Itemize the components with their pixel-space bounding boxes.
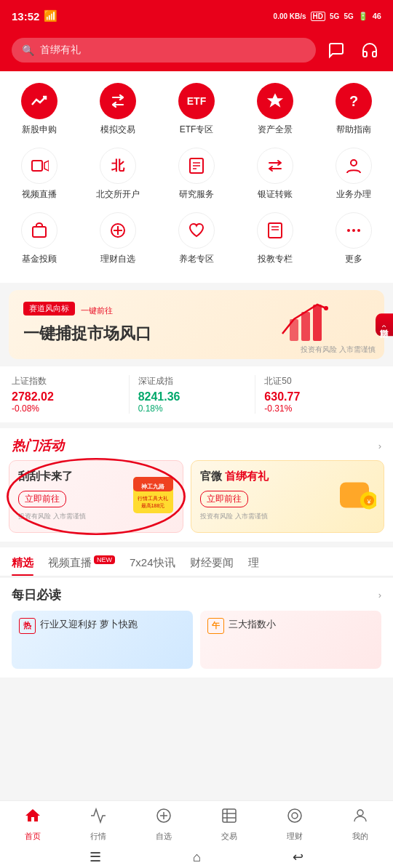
menu-more-label: 更多 — [345, 253, 362, 265]
grid-row-3: 基金投顾 理财自选 养老专区 投教专栏 更多 — [0, 212, 393, 265]
sys-home-btn[interactable]: ⌂ — [193, 850, 201, 865]
search-bar[interactable]: 🔍 首绑有礼 — [12, 38, 316, 63]
news-content-2: 三大指数小 — [229, 618, 276, 631]
tab-quick-label: 7x24快讯 — [130, 556, 175, 568]
svg-point-7 — [351, 160, 357, 166]
index-shanghai-change: -0.08% — [12, 403, 120, 414]
battery-icon: 🔋 — [358, 12, 368, 21]
news-tag-afternoon: 午 — [207, 618, 224, 634]
sys-menu-btn[interactable]: ☰ — [90, 849, 101, 865]
tab-selected[interactable]: 精选 — [12, 547, 33, 576]
market-icon — [90, 807, 107, 829]
menu-help[interactable]: ? 帮助指南 — [317, 83, 390, 136]
activity-card-scratch[interactable]: 刮刮卡来了 立即前往 投资有风险 入市需谨慎 神工九路 行情工具大礼 最高188… — [9, 460, 183, 533]
menu-new-stocks[interactable]: 新股申购 — [3, 83, 76, 136]
nav-home[interactable]: 首页 — [11, 807, 55, 842]
menu-video-label: 视频直播 — [22, 188, 57, 201]
headset-button[interactable] — [358, 39, 381, 62]
cellular-icon: 📶 — [44, 9, 57, 23]
bottom-nav: 首页 行情 自选 交易 理财 我的 — [0, 800, 393, 846]
news-card-2[interactable]: 午 三大指数小 — [200, 611, 381, 669]
banner-tag-suffix: 一键前往 — [81, 305, 113, 316]
daily-more[interactable]: › — [378, 590, 381, 600]
news-card-1[interactable]: 热 行业又迎利好 萝卜快跑 — [12, 611, 193, 669]
menu-pension-label: 养老专区 — [179, 253, 214, 265]
time-display: 13:52 — [12, 10, 39, 23]
menu-edu[interactable]: 投教专栏 — [239, 212, 311, 265]
nav-wealth[interactable]: 理财 — [273, 807, 317, 842]
tab-more[interactable]: 理 — [248, 547, 259, 576]
grid-row-2: 视频直播 北 北交所开户 研究服务 银证转账 业务办理 — [0, 148, 393, 201]
menu-financial[interactable]: 理财自选 — [82, 212, 154, 265]
index-bse50[interactable]: 北证50 630.77 -0.31% — [255, 375, 381, 414]
svg-rect-20 — [313, 305, 322, 341]
watchlist-icon — [155, 807, 172, 829]
battery-level: 46 — [373, 12, 381, 20]
tab-video-live[interactable]: 视频直播NEW — [48, 547, 115, 576]
menu-edu-label: 投教专栏 — [258, 253, 293, 265]
side-tab[interactable]: 财富广场 ‹ — [376, 313, 393, 336]
index-shanghai-name: 上证指数 — [12, 375, 120, 387]
index-section: 上证指数 2782.02 -0.08% 深证成指 8241.36 0.18% 北… — [0, 366, 393, 422]
nav-wealth-label: 理财 — [287, 831, 303, 842]
nav-watchlist[interactable]: 自选 — [142, 807, 186, 842]
menu-assets-label: 资产全景 — [258, 124, 293, 136]
main-banner[interactable]: 赛道风向标 一键前往 一键捕捉市场风口 投资有风险 入市需谨慎 — [9, 290, 384, 359]
svg-point-16 — [352, 229, 355, 232]
menu-transfer[interactable]: 银证转账 — [239, 148, 311, 201]
menu-new-stocks-label: 新股申购 — [22, 124, 57, 136]
menu-service[interactable]: 业务办理 — [317, 148, 390, 201]
menu-bse[interactable]: 北 北交所开户 — [82, 148, 154, 201]
svg-text:最高188元: 最高188元 — [141, 503, 165, 508]
menu-pension[interactable]: 养老专区 — [160, 212, 233, 265]
menu-research[interactable]: 研究服务 — [160, 148, 233, 201]
index-shenzhen-name: 深证成指 — [138, 375, 247, 387]
svg-rect-1 — [32, 161, 42, 171]
nav-market[interactable]: 行情 — [76, 807, 120, 842]
message-button[interactable] — [325, 39, 348, 62]
svg-point-21 — [324, 306, 328, 310]
hot-activities-title: 热门活动 — [12, 437, 64, 454]
index-shenzhen[interactable]: 深证成指 8241.36 0.18% — [130, 375, 256, 414]
nav-trade-label: 交易 — [221, 831, 237, 842]
grid-row-1: 新股申购 模拟交易 ETF ETF专区 资产全景 ? 帮助指南 — [0, 83, 393, 136]
sys-back-btn[interactable]: ↩ — [293, 849, 303, 865]
status-bar: 13:52 📶 0.00 KB/s HD 5G 5G 🔋 46 — [0, 0, 393, 32]
menu-more[interactable]: 更多 — [317, 212, 390, 265]
menu-fund-advisor[interactable]: 基金投顾 — [3, 212, 76, 265]
tab-financial-news[interactable]: 财经要闻 — [190, 547, 234, 576]
status-time: 13:52 📶 — [12, 9, 57, 23]
daily-title: 每日必读 — [12, 587, 61, 603]
menu-assets[interactable]: 资产全景 — [239, 83, 311, 136]
trade-icon — [221, 807, 238, 829]
content-tabs: 精选 视频直播NEW 7x24快讯 财经要闻 理 — [0, 547, 393, 576]
title-highlight: 活动 — [38, 438, 64, 453]
menu-mock-trading[interactable]: 模拟交易 — [82, 83, 154, 136]
menu-research-label: 研究服务 — [179, 188, 214, 201]
nav-mine[interactable]: 我的 — [338, 807, 382, 842]
daily-section: 每日必读 › 热 行业又迎利好 萝卜快跑 午 三大指数小 — [0, 578, 393, 678]
search-icon: 🔍 — [22, 44, 34, 56]
nav-watchlist-label: 自选 — [156, 831, 172, 842]
index-shenzhen-value: 8241.36 — [138, 390, 247, 403]
index-shanghai[interactable]: 上证指数 2782.02 -0.08% — [12, 375, 130, 414]
menu-etf[interactable]: ETF ETF专区 — [160, 83, 233, 136]
activity-card-firstbind[interactable]: 官微 首绑有礼 立即前往 投资有风险 入市需谨慎 ¥ — [191, 460, 384, 533]
wealth-icon — [286, 807, 303, 829]
menu-financial-label: 理财自选 — [100, 253, 135, 265]
hot-activities-more[interactable]: › — [378, 441, 381, 451]
new-badge: NEW — [94, 555, 115, 564]
news-content-1: 行业又迎利好 萝卜快跑 — [40, 618, 138, 631]
activity-card-scratch-wrapper: 刮刮卡来了 立即前往 投资有风险 入市需谨慎 神工九路 行情工具大礼 最高188… — [9, 460, 183, 533]
nav-trade[interactable]: 交易 — [207, 807, 251, 842]
tab-more-label: 理 — [248, 556, 259, 568]
firstbind-cta[interactable]: 立即前往 — [200, 491, 248, 507]
5g-signal-1: 5G — [330, 12, 339, 20]
tab-quick-news[interactable]: 7x24快讯 — [130, 547, 175, 576]
header-icons — [325, 39, 381, 62]
tab-video-label: 视频直播 — [48, 556, 92, 568]
svg-point-15 — [347, 229, 350, 232]
scratch-card-cta[interactable]: 立即前往 — [18, 491, 66, 507]
svg-point-17 — [357, 229, 360, 232]
menu-video[interactable]: 视频直播 — [3, 148, 76, 201]
